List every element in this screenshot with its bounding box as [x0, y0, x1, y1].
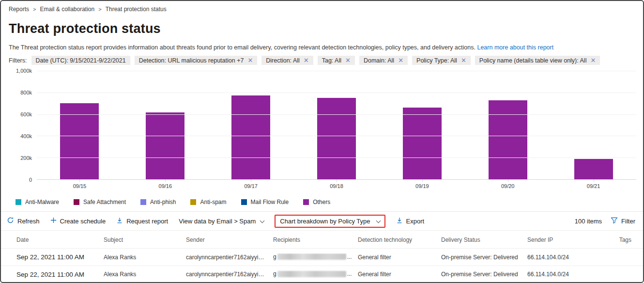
- chart-legend: Anti-MalwareSafe AttachmentAnti-phishAnt…: [15, 199, 636, 205]
- cell-subject: Alexa Ranks: [104, 271, 186, 278]
- close-icon[interactable]: ✕: [590, 57, 596, 63]
- close-icon[interactable]: ✕: [345, 57, 351, 63]
- bar-others[interactable]: [317, 98, 356, 179]
- page-title: Threat protection status: [9, 21, 636, 36]
- cell-detection-technology: General filter: [358, 271, 441, 278]
- y-axis-labels: 1,000k800k600k400k200k0: [9, 71, 32, 180]
- bar-others[interactable]: [403, 108, 442, 180]
- filter-chip[interactable]: Date (UTC): 9/15/2021-9/22/2021: [31, 56, 130, 65]
- bar-others[interactable]: [574, 159, 613, 179]
- filters-row: Filters: Date (UTC): 9/15/2021-9/22/2021…: [9, 56, 636, 65]
- column-header[interactable]: Detection technology: [358, 236, 441, 243]
- filter-chip[interactable]: Tag: All✕: [318, 56, 355, 65]
- cell-sender-ip: 66.114.104.0/24: [527, 271, 603, 278]
- column-header[interactable]: Delivery Status: [441, 236, 527, 243]
- bar-others[interactable]: [146, 112, 184, 179]
- toolbar-right: 100 items Filter: [575, 217, 641, 225]
- close-icon[interactable]: ✕: [461, 57, 466, 63]
- close-icon[interactable]: ✕: [247, 57, 253, 63]
- bar-others[interactable]: [231, 95, 270, 179]
- column-header[interactable]: Subject: [104, 236, 186, 243]
- y-tick-label: 1,000k: [16, 68, 32, 74]
- cell-recipients: g...: [273, 253, 358, 261]
- breadcrumb: Reports>Email & collaboration>Threat pro…: [9, 6, 636, 13]
- view-data-by-label: View data by Email > Spam: [179, 218, 256, 225]
- legend-item[interactable]: Anti-phish: [140, 199, 176, 205]
- y-tick-label: 600k: [20, 111, 32, 117]
- legend-item[interactable]: Anti-spam: [190, 199, 226, 205]
- x-tick-label: 09/19: [379, 180, 465, 189]
- bar-others[interactable]: [489, 100, 527, 179]
- breadcrumb-item[interactable]: Reports: [9, 6, 29, 13]
- page-description: The Threat protection status report prov…: [9, 44, 636, 51]
- legend-item[interactable]: Mail Flow Rule: [241, 199, 289, 205]
- filter-chip-label: Tag: All: [322, 57, 341, 64]
- legend-label: Anti-phish: [150, 199, 176, 205]
- legend-swatch-icon: [15, 199, 21, 205]
- legend-item[interactable]: Safe Attachment: [74, 199, 126, 205]
- legend-swatch-icon: [303, 199, 309, 205]
- column-header[interactable]: Date: [16, 236, 104, 243]
- bar-chart: 1,000k800k600k400k200k0 09/1509/1609/170…: [9, 71, 636, 192]
- close-icon[interactable]: ✕: [304, 57, 309, 63]
- table-row[interactable]: Sep 22, 2021 11:00 AMAlexa Rankscarolynn…: [1, 248, 643, 266]
- download-icon: [116, 217, 123, 225]
- legend-swatch-icon: [190, 199, 196, 205]
- filter-chip[interactable]: Detection: URL malicious reputation +7✕: [135, 56, 258, 65]
- filter-chip[interactable]: Policy Type: All✕: [412, 56, 471, 65]
- chart-breakdown-dropdown[interactable]: Chart breakdown by Policy Type: [280, 218, 380, 225]
- filter-chip[interactable]: Domain: All✕: [359, 56, 408, 65]
- column-header[interactable]: Tags: [603, 236, 636, 243]
- chart-plot-area: [37, 71, 636, 180]
- create-schedule-button[interactable]: Create schedule: [50, 217, 106, 225]
- x-tick-label: 09/20: [465, 180, 551, 189]
- gridline: [37, 93, 636, 93]
- legend-label: Anti-spam: [200, 199, 226, 205]
- filter-chip[interactable]: Direction: All✕: [261, 56, 313, 65]
- cell-sender: carolynncarpentier7162aiyyi@gmail.c...: [186, 254, 273, 261]
- legend-label: Anti-Malware: [25, 199, 59, 205]
- legend-item[interactable]: Others: [303, 199, 330, 205]
- cell-subject: Alexa Ranks: [104, 254, 186, 261]
- legend-label: Others: [313, 199, 330, 205]
- legend-label: Safe Attachment: [83, 199, 126, 205]
- close-icon[interactable]: ✕: [398, 57, 403, 63]
- legend-item[interactable]: Anti-Malware: [15, 199, 59, 205]
- column-header[interactable]: Recipients: [273, 236, 358, 243]
- filter-chip[interactable]: Policy name (details table view only): A…: [475, 56, 600, 65]
- cell-delivery-status: On-premise Server: Delivered: [441, 254, 527, 261]
- refresh-button[interactable]: Refresh: [7, 217, 40, 225]
- table-row[interactable]: Sep 22, 2021 11:00 AMAlexa Rankscarolynn…: [1, 266, 643, 283]
- request-report-label: Request report: [126, 218, 168, 225]
- learn-more-link[interactable]: Learn more about this report: [477, 44, 553, 51]
- request-report-button[interactable]: Request report: [116, 217, 168, 225]
- chevron-down-icon: [376, 219, 380, 223]
- export-button[interactable]: Export: [396, 217, 425, 225]
- cell-sender-ip: 66.114.104.0/24: [527, 254, 603, 261]
- toolbar: Refresh Create schedule Request report V…: [1, 212, 643, 230]
- filter-chip-label: Domain: All: [364, 57, 394, 64]
- bar-slot: [294, 71, 380, 179]
- breadcrumb-item[interactable]: Threat protection status: [106, 6, 167, 13]
- legend-label: Mail Flow Rule: [251, 199, 289, 205]
- column-header[interactable]: Sender: [186, 236, 273, 243]
- bar-slot: [37, 71, 123, 179]
- chevron-down-icon: [260, 219, 264, 223]
- download-icon: [396, 217, 403, 225]
- bar-slot: [465, 71, 551, 179]
- redacted-text: [277, 271, 346, 277]
- view-data-by-dropdown[interactable]: View data by Email > Spam: [179, 218, 264, 225]
- redacted-text: [277, 253, 346, 260]
- x-tick-label: 09/18: [294, 180, 380, 189]
- filter-button[interactable]: Filter: [611, 217, 635, 225]
- details-table: DateSubjectSenderRecipientsDetection tec…: [1, 232, 643, 283]
- breadcrumb-item[interactable]: Email & collaboration: [40, 6, 94, 13]
- cell-date: Sep 22, 2021 11:00 AM: [16, 271, 104, 278]
- plus-icon: [50, 217, 57, 225]
- cell-delivery-status: On-premise Server: Delivered: [441, 271, 527, 278]
- create-schedule-label: Create schedule: [60, 218, 106, 225]
- filter-chip-label: Detection: URL malicious reputation +7: [139, 57, 244, 64]
- gridline: [37, 157, 636, 158]
- column-header[interactable]: Sender IP: [527, 236, 603, 243]
- cell-sender: carolynncarpentier7162aiyyi@gmail.c...: [186, 271, 273, 278]
